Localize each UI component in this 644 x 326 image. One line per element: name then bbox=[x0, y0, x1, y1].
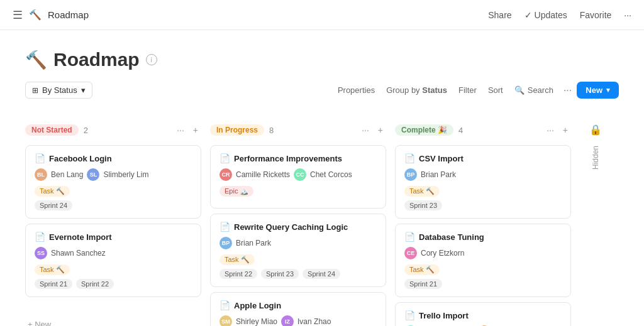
card-people: CRCamille RickettsCCChet Corcos bbox=[219, 168, 377, 181]
card-doc-icon: 📄 bbox=[219, 300, 230, 310]
column-add-button-not-started[interactable]: + bbox=[190, 124, 201, 136]
favorite-button[interactable]: Favorite bbox=[580, 10, 612, 20]
column-actions-not-started: ···+ bbox=[174, 124, 201, 136]
cards-list-in-progress: 📄Performance ImprovementsCRCamille Ricke… bbox=[210, 145, 386, 326]
sprint-tag: Sprint 23 bbox=[261, 269, 299, 279]
card-sprints: Sprint 23 bbox=[404, 200, 562, 210]
card-title-row: 📄Rewrite Query Caching Logic bbox=[219, 222, 377, 232]
sprint-tag: Sprint 21 bbox=[404, 279, 442, 289]
card-tag: Task 🔨 bbox=[404, 186, 440, 197]
card-sprints: Sprint 21 bbox=[404, 279, 562, 289]
card-people: BPBrian Park bbox=[404, 168, 562, 181]
new-button[interactable]: New ▾ bbox=[577, 82, 619, 99]
hamburger-icon[interactable]: ☰ bbox=[13, 8, 23, 22]
column-header-in-progress: In Progress8···+ bbox=[210, 121, 386, 139]
column-count-not-started: 2 bbox=[84, 126, 88, 135]
avatar: CR bbox=[219, 168, 232, 181]
person-name: Camille Ricketts bbox=[236, 170, 290, 179]
cards-list-complete: 📄CSV ImportBPBrian ParkTask 🔨Sprint 23📄D… bbox=[395, 145, 571, 326]
sprint-tag: Sprint 24 bbox=[35, 200, 72, 210]
column-more-button-complete[interactable]: ··· bbox=[543, 124, 557, 136]
card-title-row: 📄Facebook Login bbox=[35, 153, 192, 163]
card-people: BLBen LangSLSlimberly Lim bbox=[35, 168, 192, 181]
card-people: SMShirley MiaoIZIvan Zhao bbox=[219, 315, 377, 326]
card-doc-icon: 📄 bbox=[219, 153, 230, 163]
card-doc-icon: 📄 bbox=[219, 222, 230, 232]
search-label: Search bbox=[528, 85, 553, 95]
column-title-not-started: Not Started bbox=[25, 124, 79, 136]
by-status-button[interactable]: ⊞ By Status ▾ bbox=[25, 82, 92, 99]
card-tag: Task 🔨 bbox=[35, 186, 70, 197]
card-title-row: 📄Evernote Import bbox=[35, 232, 192, 242]
card-doc-icon: 📄 bbox=[404, 153, 415, 163]
hidden-label: Hidden bbox=[591, 146, 600, 170]
card-title: Rewrite Query Caching Logic bbox=[234, 222, 348, 232]
card[interactable]: 📄Performance ImprovementsCRCamille Ricke… bbox=[210, 145, 386, 209]
card-tags: Epic 🏔️ bbox=[219, 186, 377, 197]
page-icon-small: 🔨 bbox=[29, 9, 42, 21]
card[interactable]: 📄Database TuningCECory EtzkornTask 🔨Spri… bbox=[395, 224, 571, 297]
filter-button[interactable]: Filter bbox=[453, 82, 482, 98]
card-tag: Task 🔨 bbox=[35, 264, 70, 275]
column-more-button-in-progress[interactable]: ··· bbox=[358, 124, 372, 136]
hidden-lock-icon: 🔒 bbox=[589, 124, 602, 136]
info-icon[interactable]: i bbox=[146, 54, 157, 65]
avatar: BP bbox=[404, 168, 417, 181]
column-not-started: Not Started2···+📄Facebook LoginBLBen Lan… bbox=[25, 121, 201, 326]
new-chevron-icon: ▾ bbox=[606, 86, 610, 94]
card[interactable]: 📄Rewrite Query Caching LogicBPBrian Park… bbox=[210, 214, 386, 287]
card-people: SSShawn Sanchez bbox=[35, 247, 192, 259]
page-title-row: 🔨 Roadmap i bbox=[25, 49, 619, 70]
avatar: SM bbox=[219, 315, 232, 326]
table-icon: ⊞ bbox=[32, 86, 38, 95]
card-doc-icon: 📄 bbox=[404, 310, 415, 320]
new-label: New bbox=[586, 85, 602, 95]
person-name: Brian Park bbox=[236, 239, 271, 247]
card[interactable]: 📄CSV ImportBPBrian ParkTask 🔨Sprint 23 bbox=[395, 145, 571, 219]
card-tag: Task 🔨 bbox=[219, 254, 255, 265]
card[interactable]: 📄Evernote ImportSSShawn SanchezTask 🔨Spr… bbox=[25, 224, 201, 297]
card[interactable]: 📄Apple LoginSMShirley MiaoIZIvan ZhaoTas… bbox=[210, 292, 386, 326]
sort-button[interactable]: Sort bbox=[483, 82, 508, 98]
column-in-progress: In Progress8···+📄Performance Improvement… bbox=[210, 121, 386, 326]
person-name: Chet Corcos bbox=[310, 170, 352, 179]
card-tag: Epic 🏔️ bbox=[219, 186, 253, 197]
sprint-tag: Sprint 22 bbox=[219, 269, 257, 279]
card-title: Trello Import bbox=[419, 311, 469, 320]
card-title: Evernote Import bbox=[49, 232, 112, 242]
add-new-not-started[interactable]: + New bbox=[25, 315, 201, 326]
avatar: SS bbox=[35, 247, 47, 259]
person-name: Brian Park bbox=[421, 170, 456, 179]
column-actions-in-progress: ···+ bbox=[358, 124, 386, 136]
search-button[interactable]: 🔍 Search bbox=[509, 82, 558, 98]
column-more-button-not-started[interactable]: ··· bbox=[174, 124, 187, 136]
card-doc-icon: 📄 bbox=[404, 232, 415, 242]
person-name: Slimberly Lim bbox=[103, 170, 148, 179]
updates-button[interactable]: ✓ Updates bbox=[525, 10, 567, 20]
cards-list-not-started: 📄Facebook LoginBLBen LangSLSlimberly Lim… bbox=[25, 145, 201, 312]
avatar: CC bbox=[294, 168, 306, 181]
more-nav-button[interactable]: ··· bbox=[624, 10, 631, 20]
group-by-label: Group by bbox=[386, 85, 419, 95]
chevron-down-icon: ▾ bbox=[81, 85, 86, 95]
avatar: SL bbox=[87, 168, 99, 181]
column-add-button-complete[interactable]: + bbox=[560, 124, 571, 136]
properties-button[interactable]: Properties bbox=[333, 82, 380, 98]
column-add-button-in-progress[interactable]: + bbox=[375, 124, 386, 136]
card-title: Apple Login bbox=[234, 301, 281, 310]
card[interactable]: 📄Trello ImportHMHarrison MedoffSSSergey … bbox=[395, 302, 571, 326]
group-by-button[interactable]: Group by Status bbox=[381, 82, 452, 98]
card-sprints: Sprint 22Sprint 23Sprint 24 bbox=[219, 269, 377, 279]
more-toolbar-button[interactable]: ··· bbox=[560, 82, 575, 99]
column-count-in-progress: 8 bbox=[269, 126, 274, 135]
card[interactable]: 📄Facebook LoginBLBen LangSLSlimberly Lim… bbox=[25, 145, 201, 219]
card-title-row: 📄Database Tuning bbox=[404, 232, 562, 242]
share-button[interactable]: Share bbox=[488, 10, 511, 20]
card-title: Performance Improvements bbox=[234, 154, 342, 163]
card-sprints: Sprint 24 bbox=[35, 200, 192, 210]
check-icon: ✓ bbox=[525, 10, 532, 20]
card-tags: Task 🔨 bbox=[35, 186, 192, 197]
page-header: 🔨 Roadmap i ⊞ By Status ▾ Properties Gro… bbox=[0, 30, 644, 121]
column-count-complete: 4 bbox=[458, 126, 463, 135]
column-actions-complete: ···+ bbox=[543, 124, 571, 136]
